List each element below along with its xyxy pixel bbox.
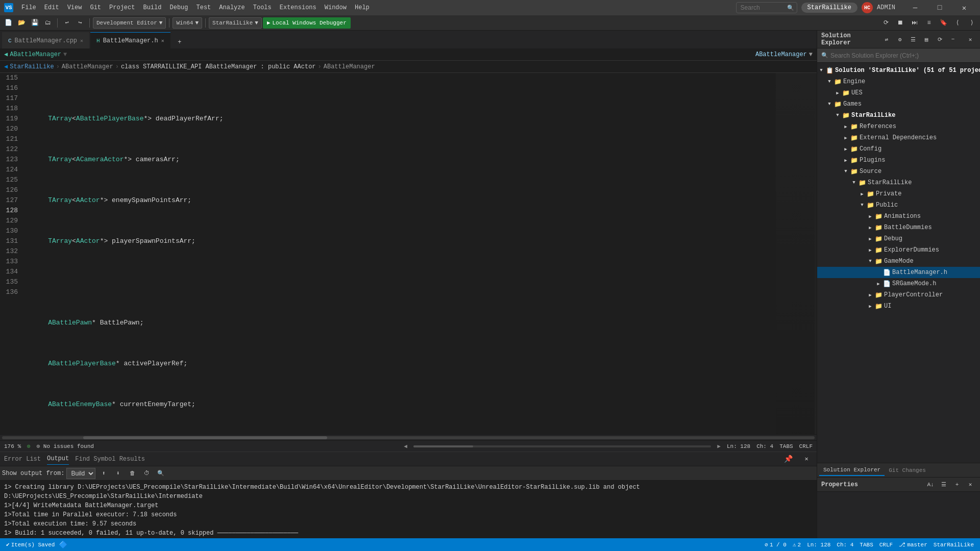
props-new-btn[interactable]: + bbox=[951, 479, 963, 490]
open-btn[interactable]: 📂 bbox=[15, 17, 28, 29]
menu-help[interactable]: Help bbox=[351, 2, 374, 13]
status-saved[interactable]: ✔ Item(s) Saved bbox=[4, 540, 57, 549]
tree-item-ues[interactable]: ▶ 📁 UES bbox=[817, 87, 980, 98]
toolbar-btn-5[interactable]: 🔖 bbox=[937, 17, 949, 29]
tab-close-h[interactable]: ✕ bbox=[161, 38, 164, 44]
code-lines[interactable]: TArray<ABattlePlayerBase*> deadPlayerRef… bbox=[28, 73, 776, 434]
output-search-btn[interactable]: 🔍 bbox=[155, 467, 167, 480]
tab-error-list[interactable]: Error List bbox=[4, 454, 41, 465]
se-close-btn[interactable]: ✕ bbox=[965, 34, 976, 45]
tree-item-starraillike[interactable]: ▼ 📁 StarRailLike bbox=[817, 110, 980, 121]
menu-build[interactable]: Build bbox=[139, 2, 165, 13]
toolbar-btn-2[interactable]: ⏹ bbox=[894, 17, 906, 29]
status-crlf[interactable]: CRLF bbox=[877, 541, 895, 548]
tab-close-cpp[interactable]: ✕ bbox=[80, 38, 83, 44]
tree-item-solution[interactable]: ▼ 📋 Solution 'StarRailLike' (51 of 51 pr… bbox=[817, 65, 980, 76]
toolbar-btn-4[interactable]: ≡ bbox=[923, 17, 935, 29]
tree-item-debug[interactable]: ▶ 📁 Debug bbox=[817, 233, 980, 244]
se-refresh-btn[interactable]: ⟳ bbox=[934, 34, 945, 45]
config-dropdown[interactable]: Development Editor ▼ bbox=[93, 17, 166, 29]
tab-find-symbol[interactable]: Find Symbol Results bbox=[75, 454, 145, 465]
tree-item-private[interactable]: ▶ 📁 Private bbox=[817, 188, 980, 199]
status-project[interactable]: StarRailLike bbox=[932, 541, 976, 548]
status-errors[interactable]: ⊘ 1 / 0 bbox=[763, 541, 789, 548]
platform-dropdown[interactable]: Win64 ▼ bbox=[173, 17, 202, 29]
output-wrap-btn[interactable]: ⏱ bbox=[140, 467, 153, 480]
menu-extensions[interactable]: Extensions bbox=[276, 2, 321, 13]
tree-item-gamemode[interactable]: ▼ 📁 GameMode bbox=[817, 256, 980, 267]
tab-battle-manager-cpp[interactable]: C BattleManager.cpp ✕ bbox=[2, 32, 89, 48]
close-button[interactable]: ✕ bbox=[952, 0, 976, 15]
props-cat-btn[interactable]: ☰ bbox=[938, 479, 949, 490]
bc-part2[interactable]: ABattleManager bbox=[62, 63, 113, 70]
tree-item-battlemanager-h[interactable]: ▶ 📄 BattleManager.h bbox=[817, 267, 980, 278]
se-search-input[interactable] bbox=[830, 52, 976, 59]
status-ln[interactable]: Ln: 128 bbox=[805, 541, 832, 548]
menu-debug[interactable]: Debug bbox=[165, 2, 192, 13]
tree-item-public[interactable]: ▼ 📁 Public bbox=[817, 199, 980, 211]
add-tab-btn[interactable]: + bbox=[174, 36, 186, 48]
tree-item-references[interactable]: ▶ 📁 References bbox=[817, 121, 980, 132]
minimize-button[interactable]: — bbox=[903, 0, 927, 15]
menu-window[interactable]: Window bbox=[321, 2, 351, 13]
tree-item-games[interactable]: ▼ 📁 Games bbox=[817, 98, 980, 110]
bc-part1[interactable]: StarRailLike bbox=[10, 63, 54, 70]
status-warnings[interactable]: ⚠ 2 bbox=[791, 541, 803, 548]
tab-git-changes[interactable]: Git Changes bbox=[885, 465, 930, 475]
save-all-btn[interactable]: 🗂 bbox=[42, 17, 54, 29]
menu-tools[interactable]: Tools bbox=[249, 2, 276, 13]
toolbar-btn-3[interactable]: ⏭ bbox=[909, 17, 921, 29]
scroll-bar[interactable] bbox=[413, 445, 711, 447]
output-close-btn[interactable]: ✕ bbox=[800, 453, 813, 465]
se-preview-btn[interactable]: ▤ bbox=[921, 34, 932, 45]
tree-item-srgamemode-h[interactable]: ▶ 📄 SRGameMode.h bbox=[817, 278, 980, 289]
menu-view[interactable]: View bbox=[63, 2, 86, 13]
output-clear-btn[interactable]: 🗑 bbox=[126, 467, 138, 480]
output-source-select[interactable]: Build bbox=[66, 468, 95, 479]
project-dropdown[interactable]: StarRailLike ▼ bbox=[209, 17, 262, 29]
se-collapse-btn[interactable]: − bbox=[947, 34, 959, 45]
tab-battle-manager-h[interactable]: H BattleManager.h ✕ bbox=[90, 32, 170, 48]
menu-git[interactable]: Git bbox=[86, 2, 105, 13]
menu-project[interactable]: Project bbox=[105, 2, 139, 13]
tab-output[interactable]: Output bbox=[47, 453, 69, 465]
tree-item-ui[interactable]: ▶ 📁 UI bbox=[817, 300, 980, 312]
se-props-btn[interactable]: ⚙ bbox=[894, 34, 905, 45]
output-toolbar-btn1[interactable]: ⬆ bbox=[97, 467, 110, 480]
output-pin-btn[interactable]: 📌 bbox=[782, 453, 794, 465]
tab-solution-explorer[interactable]: Solution Explorer bbox=[819, 465, 885, 476]
scroll-track[interactable] bbox=[2, 436, 815, 439]
menu-file[interactable]: File bbox=[17, 2, 40, 13]
se-filter-btn[interactable]: ☰ bbox=[908, 34, 919, 45]
tree-item-external-deps[interactable]: ▶ 📁 External Dependencies bbox=[817, 132, 980, 143]
horizontal-scrollbar[interactable] bbox=[0, 434, 817, 440]
tree-item-source[interactable]: ▼ 📁 Source bbox=[817, 166, 980, 177]
tree-item-plugins[interactable]: ▶ 📁 Plugins bbox=[817, 155, 980, 166]
toolbar-btn-7[interactable]: ⟩ bbox=[966, 17, 978, 29]
toolbar-btn-6[interactable]: ⟨ bbox=[951, 17, 964, 29]
redo-btn[interactable]: ↪ bbox=[74, 17, 86, 29]
tree-item-engine[interactable]: ▼ 📁 Engine bbox=[817, 76, 980, 87]
tree-item-config[interactable]: ▶ 📁 Config bbox=[817, 143, 980, 155]
tree-item-playercontroller[interactable]: ▶ 📁 PlayerController bbox=[817, 289, 980, 300]
tree-item-explorerdummies[interactable]: ▶ 📁 ExplorerDummies bbox=[817, 244, 980, 256]
menu-test[interactable]: Test bbox=[192, 2, 215, 13]
output-toolbar-btn2[interactable]: ⬇ bbox=[112, 467, 124, 480]
tree-item-animations[interactable]: ▶ 📁 Animations bbox=[817, 211, 980, 222]
run-button[interactable]: ▶ Local Windows Debugger bbox=[263, 17, 351, 29]
se-sync-btn[interactable]: ⇌ bbox=[881, 34, 892, 45]
menu-analyze[interactable]: Analyze bbox=[215, 2, 249, 13]
undo-btn[interactable]: ↩ bbox=[61, 17, 73, 29]
scroll-thumb[interactable] bbox=[83, 436, 327, 439]
toolbar-btn-1[interactable]: ⟳ bbox=[880, 17, 892, 29]
props-sort-btn[interactable]: A↓ bbox=[925, 479, 936, 490]
new-file-btn[interactable]: 📄 bbox=[2, 17, 14, 29]
status-tabs[interactable]: TABS bbox=[857, 541, 875, 548]
menu-edit[interactable]: Edit bbox=[40, 2, 63, 13]
code-editor-area[interactable]: 115 116 117 118 119 120 121 122 123 124 bbox=[0, 73, 817, 434]
save-btn[interactable]: 💾 bbox=[29, 17, 41, 29]
tree-item-battledummies[interactable]: ▶ 📁 BattleDummies bbox=[817, 222, 980, 233]
props-close-btn[interactable]: ✕ bbox=[965, 479, 976, 490]
status-col[interactable]: Ch: 4 bbox=[835, 541, 855, 548]
maximize-button[interactable]: □ bbox=[928, 0, 951, 15]
